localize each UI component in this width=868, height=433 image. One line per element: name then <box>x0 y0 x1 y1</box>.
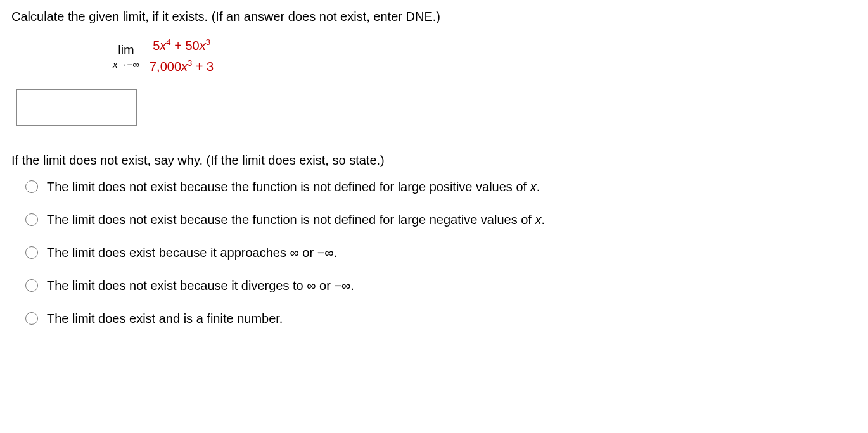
option-label: The limit does not exist because the fun… <box>47 211 545 229</box>
den-coef1: 7,000 <box>150 60 181 73</box>
sub-question-prompt: If the limit does not exist, say why. (I… <box>11 151 857 169</box>
option-radio-3[interactable] <box>25 279 38 292</box>
option-label: The limit does not exist because it dive… <box>47 277 354 294</box>
question-prompt: Calculate the given limit, if it exists.… <box>11 8 857 25</box>
answer-input[interactable] <box>16 89 137 126</box>
option-row[interactable]: The limit does exist because it approach… <box>25 244 857 261</box>
option-row[interactable]: The limit does exist and is a finite num… <box>25 310 857 327</box>
lim-approach: x→−∞ <box>113 58 139 71</box>
lim-target: −∞ <box>127 59 139 70</box>
limit-expression: lim x→−∞ 5x4 + 50x3 7,000x3 + 3 <box>113 37 857 75</box>
den-const: 3 <box>207 60 214 73</box>
option-radio-4[interactable] <box>25 312 38 325</box>
option-label: The limit does not exist because the fun… <box>47 178 540 196</box>
num-exp1: 4 <box>166 37 170 47</box>
num-coef2: 50 <box>185 39 199 53</box>
lim-arrow: → <box>118 59 127 70</box>
den-plus: + <box>192 60 207 73</box>
option-radio-1[interactable] <box>25 213 38 226</box>
option-label: The limit does exist because it approach… <box>47 244 337 261</box>
num-coef1: 5 <box>153 39 160 53</box>
lim-var: x <box>113 59 118 70</box>
option-row[interactable]: The limit does not exist because the fun… <box>25 178 857 196</box>
num-exp2: 3 <box>206 37 210 47</box>
numerator: 5x4 + 50x3 <box>149 37 214 56</box>
option-radio-0[interactable] <box>25 180 38 193</box>
fraction: 5x4 + 50x3 7,000x3 + 3 <box>146 37 217 75</box>
num-plus: + <box>171 39 186 53</box>
option-row[interactable]: The limit does not exist because it dive… <box>25 277 857 294</box>
options-group: The limit does not exist because the fun… <box>11 178 857 327</box>
option-radio-2[interactable] <box>25 246 38 259</box>
option-row[interactable]: The limit does not exist because the fun… <box>25 211 857 229</box>
denominator: 7,000x3 + 3 <box>146 56 217 75</box>
lim-label: lim <box>118 41 134 59</box>
option-label: The limit does exist and is a finite num… <box>47 310 283 327</box>
limit-operator: lim x→−∞ <box>113 41 139 71</box>
